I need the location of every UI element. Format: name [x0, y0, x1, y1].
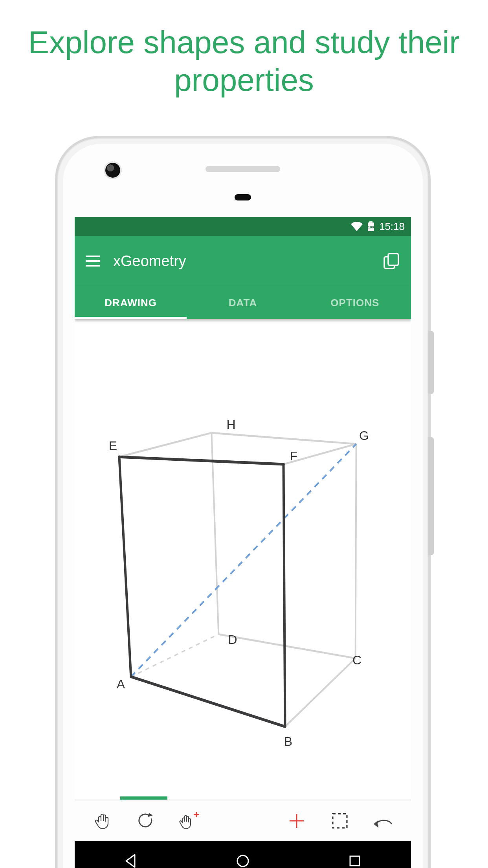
tab-label: OPTIONS	[330, 297, 379, 309]
vertex-label-C: C	[352, 653, 361, 668]
selection-icon	[330, 811, 349, 830]
svg-rect-1	[369, 221, 372, 223]
vertex-label-B: B	[284, 734, 292, 748]
svg-line-9	[211, 433, 356, 444]
svg-line-18	[119, 457, 131, 677]
nav-recent-icon[interactable]	[347, 853, 363, 868]
menu-icon[interactable]	[86, 256, 100, 267]
phone-sensor-icon	[235, 194, 251, 200]
svg-line-12	[218, 634, 355, 658]
phone-side-button	[428, 331, 434, 394]
copy-icon[interactable]	[383, 253, 400, 269]
active-tool-indicator	[120, 796, 167, 800]
vertex-label-E: E	[109, 438, 117, 453]
svg-line-21	[131, 677, 285, 726]
status-time: 15:18	[379, 221, 405, 233]
toolbar	[75, 800, 411, 841]
svg-line-14	[285, 658, 355, 726]
vertex-label-H: H	[227, 417, 236, 432]
vertex-label-A: A	[117, 677, 125, 691]
status-bar: 100 15:18	[75, 217, 411, 236]
add-point-tool[interactable]	[167, 805, 211, 837]
nav-back-icon[interactable]	[123, 853, 139, 868]
plus-icon	[287, 811, 306, 830]
svg-rect-22	[333, 814, 347, 828]
svg-line-15	[131, 634, 218, 677]
svg-line-20	[284, 464, 285, 726]
app-bar: xGeometry	[75, 236, 411, 286]
hand-icon	[93, 811, 112, 830]
app-screen: 100 15:18 xGeometry DRAWING DATA OPTIONS	[75, 217, 411, 868]
undo-icon	[372, 813, 394, 829]
app-title: xGeometry	[113, 253, 186, 270]
nav-home-icon[interactable]	[235, 853, 251, 868]
svg-point-23	[237, 855, 248, 866]
undo-tool[interactable]	[361, 805, 405, 837]
pan-hand-tool[interactable]	[81, 805, 124, 837]
add-shape-tool[interactable]	[275, 805, 318, 837]
vertex-label-G: G	[359, 428, 369, 443]
svg-line-19	[119, 457, 283, 464]
tab-data[interactable]: DATA	[187, 286, 299, 319]
tab-drawing[interactable]: DRAWING	[75, 286, 187, 319]
svg-rect-24	[350, 856, 360, 866]
phone-camera-icon	[105, 163, 120, 178]
svg-line-17	[131, 444, 356, 677]
vertex-label-D: D	[228, 633, 237, 647]
phone-frame: 100 15:18 xGeometry DRAWING DATA OPTIONS	[55, 136, 431, 868]
select-box-tool[interactable]	[318, 805, 361, 837]
hand-plus-icon	[178, 811, 200, 830]
svg-rect-3	[86, 256, 100, 257]
rotate-tool[interactable]	[124, 805, 167, 837]
tab-bar: DRAWING DATA OPTIONS	[75, 286, 411, 319]
wifi-icon	[351, 222, 363, 231]
battery-icon: 100	[367, 221, 374, 232]
rotate-icon	[136, 811, 155, 830]
svg-line-8	[119, 433, 211, 457]
drawing-canvas[interactable]: ABCDEFGH	[75, 319, 411, 800]
tab-label: DATA	[229, 297, 257, 309]
phone-speaker-icon	[205, 166, 280, 172]
svg-line-13	[356, 444, 356, 658]
phone-side-button	[428, 437, 434, 555]
tab-options[interactable]: OPTIONS	[299, 286, 411, 319]
svg-rect-5	[86, 265, 100, 267]
svg-rect-4	[86, 260, 100, 262]
svg-line-11	[211, 433, 218, 634]
vertex-label-F: F	[290, 449, 298, 463]
svg-text:100: 100	[368, 225, 374, 229]
tab-label: DRAWING	[105, 297, 157, 309]
svg-rect-7	[388, 254, 398, 265]
marketing-headline: Explore shapes and study their propertie…	[0, 0, 488, 99]
android-nav-bar	[75, 841, 411, 868]
